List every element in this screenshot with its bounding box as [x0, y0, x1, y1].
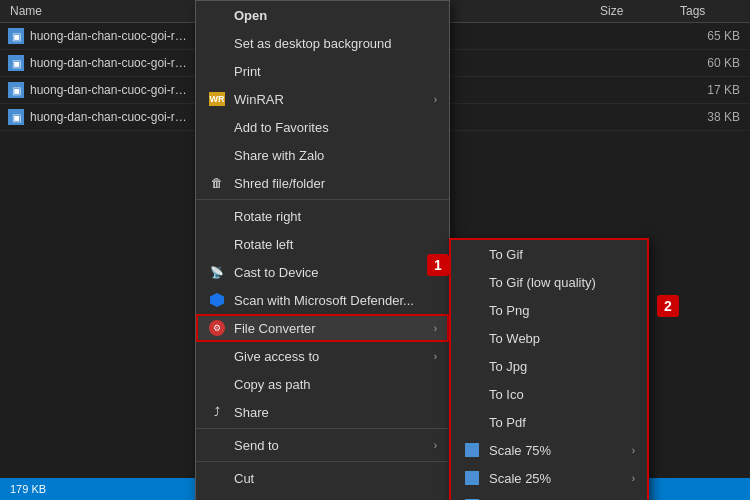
- column-size: Size: [590, 4, 670, 18]
- submenu-label-to-gif: To Gif: [489, 247, 635, 262]
- column-name: Name: [0, 4, 200, 18]
- submenu-item-rotate-left[interactable]: Rotate left ›: [451, 492, 647, 500]
- submenu-item-scale-25[interactable]: Scale 25% ›: [451, 464, 647, 492]
- menu-label-send-to: Send to: [234, 438, 434, 453]
- submenu-arrow: ›: [434, 323, 437, 334]
- menu-item-shred[interactable]: 🗑 Shred file/folder: [196, 169, 449, 197]
- file-icon: ▣: [8, 28, 24, 44]
- submenu-item-to-webp[interactable]: To Webp: [451, 324, 647, 352]
- submenu-arrow: ›: [434, 94, 437, 105]
- menu-item-add-favorites[interactable]: Add to Favorites: [196, 113, 449, 141]
- shred-icon: 🗑: [208, 174, 226, 192]
- menu-label-scan-defender: Scan with Microsoft Defender...: [234, 293, 437, 308]
- menu-divider: [196, 461, 449, 462]
- menu-item-copy[interactable]: Copy: [196, 492, 449, 500]
- submenu-item-scale-75[interactable]: Scale 75% ›: [451, 436, 647, 464]
- submenu-item-to-png[interactable]: To Png: [451, 296, 647, 324]
- menu-item-file-converter[interactable]: ⚙ File Converter ›: [196, 314, 449, 342]
- menu-item-send-to[interactable]: Send to ›: [196, 431, 449, 459]
- menu-label-rotate-right: Rotate right: [234, 209, 437, 224]
- to-pdf-icon: [463, 413, 481, 431]
- menu-divider: [196, 428, 449, 429]
- column-tags: Tags: [670, 4, 750, 18]
- submenu-label-to-pdf: To Pdf: [489, 415, 635, 430]
- menu-item-cast[interactable]: 📡 Cast to Device ›: [196, 258, 449, 286]
- submenu-item-to-ico[interactable]: To Ico: [451, 380, 647, 408]
- context-menu-1: Open Set as desktop background Print WR …: [195, 0, 450, 500]
- menu-item-give-access[interactable]: Give access to ›: [196, 342, 449, 370]
- menu-label-rotate-left: Rotate left: [234, 237, 437, 252]
- converter-icon: ⚙: [208, 319, 226, 337]
- file-name: huong-dan-chan-cuoc-goi-rac-tre: [30, 110, 190, 124]
- submenu-arrow: ›: [434, 440, 437, 451]
- to-jpg-icon: [463, 357, 481, 375]
- menu-label-add-favorites: Add to Favorites: [234, 120, 437, 135]
- menu-item-rotate-left[interactable]: Rotate left: [196, 230, 449, 258]
- menu-item-open[interactable]: Open: [196, 1, 449, 29]
- menu-label-winrar: WinRAR: [234, 92, 434, 107]
- menu-item-rotate-right[interactable]: Rotate right: [196, 202, 449, 230]
- print-icon: [208, 62, 226, 80]
- open-icon: [208, 6, 226, 24]
- menu-divider: [196, 199, 449, 200]
- menu-label-share: Share: [234, 405, 437, 420]
- menu-label-share-zalo: Share with Zalo: [234, 148, 437, 163]
- menu-label-give-access: Give access to: [234, 349, 434, 364]
- badge-2: 2: [657, 295, 679, 317]
- submenu-arrow: ›: [632, 445, 635, 456]
- badge-1: 1: [427, 254, 449, 276]
- to-ico-icon: [463, 385, 481, 403]
- submenu-arrow: ›: [434, 351, 437, 362]
- menu-item-set-desktop[interactable]: Set as desktop background: [196, 29, 449, 57]
- scale-25-icon: [463, 469, 481, 487]
- menu-item-scan-defender[interactable]: Scan with Microsoft Defender...: [196, 286, 449, 314]
- desktop-icon: [208, 34, 226, 52]
- file-icon: ▣: [8, 109, 24, 125]
- share-icon: ⤴: [208, 403, 226, 421]
- submenu-item-to-gif-low[interactable]: To Gif (low quality): [451, 268, 647, 296]
- menu-label-set-desktop: Set as desktop background: [234, 36, 437, 51]
- menu-item-copy-path[interactable]: Copy as path: [196, 370, 449, 398]
- submenu-arrow: ›: [632, 473, 635, 484]
- menu-label-open: Open: [234, 8, 437, 23]
- menu-item-share[interactable]: ⤴ Share: [196, 398, 449, 426]
- menu-item-cut[interactable]: Cut: [196, 464, 449, 492]
- file-size: 65 KB: [670, 29, 750, 43]
- menu-label-print: Print: [234, 64, 437, 79]
- status-text: 179 KB: [10, 483, 46, 495]
- menu-item-winrar[interactable]: WR WinRAR ›: [196, 85, 449, 113]
- file-size: 60 KB: [670, 56, 750, 70]
- submenu-item-to-gif[interactable]: To Gif: [451, 240, 647, 268]
- scale-75-icon: [463, 441, 481, 459]
- rotate-right-icon: [208, 207, 226, 225]
- submenu-item-to-pdf[interactable]: To Pdf: [451, 408, 647, 436]
- copy-path-icon: [208, 375, 226, 393]
- file-icon: ▣: [8, 82, 24, 98]
- submenu-label-to-webp: To Webp: [489, 331, 635, 346]
- menu-label-shred: Shred file/folder: [234, 176, 437, 191]
- menu-item-share-zalo[interactable]: Share with Zalo: [196, 141, 449, 169]
- file-size: 38 KB: [670, 110, 750, 124]
- menu-label-file-converter: File Converter: [234, 321, 434, 336]
- submenu-label-to-ico: To Ico: [489, 387, 635, 402]
- file-name: huong-dan-chan-cuoc-goi-rac-tre: [30, 56, 190, 70]
- submenu-item-to-jpg[interactable]: To Jpg: [451, 352, 647, 380]
- context-menu-2: To Gif To Gif (low quality) To Png To We…: [449, 238, 649, 500]
- submenu-label-to-png: To Png: [489, 303, 635, 318]
- file-size: 17 KB: [670, 83, 750, 97]
- menu-label-cut: Cut: [234, 471, 437, 486]
- submenu-label-to-jpg: To Jpg: [489, 359, 635, 374]
- file-name: huong-dan-chan-cuoc-goi-rac-tre: [30, 83, 190, 97]
- file-icon: ▣: [8, 55, 24, 71]
- submenu-label-scale-25: Scale 25%: [489, 471, 632, 486]
- to-gif-icon: [463, 245, 481, 263]
- favorites-icon: [208, 118, 226, 136]
- menu-item-print[interactable]: Print: [196, 57, 449, 85]
- defender-icon: [208, 291, 226, 309]
- cast-icon: 📡: [208, 263, 226, 281]
- file-name: huong-dan-chan-cuoc-goi-rac-tre: [30, 29, 190, 43]
- to-png-icon: [463, 301, 481, 319]
- submenu-label-to-gif-low: To Gif (low quality): [489, 275, 635, 290]
- to-gif-low-icon: [463, 273, 481, 291]
- to-webp-icon: [463, 329, 481, 347]
